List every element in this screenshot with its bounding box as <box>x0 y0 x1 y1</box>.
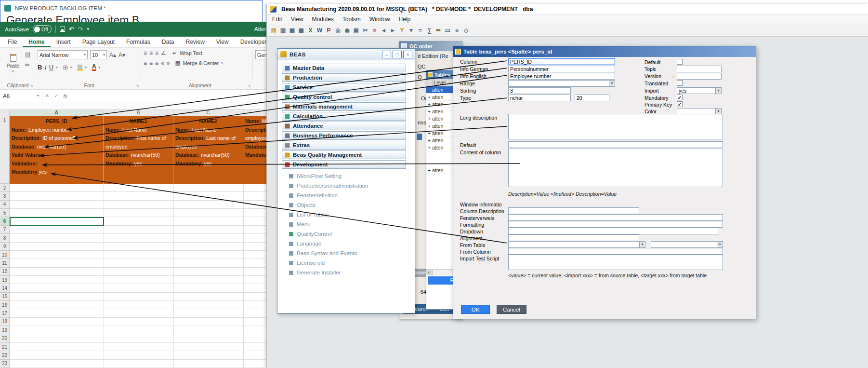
dropdown-input[interactable] <box>508 228 719 234</box>
row-header[interactable]: 23 <box>0 360 10 368</box>
expand-icon[interactable]: + <box>426 123 432 129</box>
nav-sub-item[interactable]: Productversionadministration <box>289 181 410 191</box>
toolbar-icon[interactable]: ▤ <box>270 26 278 35</box>
toolbar-icon[interactable]: ≈ <box>416 26 424 35</box>
save-icon[interactable] <box>60 27 65 32</box>
format-painter-icon[interactable]: ✏ <box>25 62 30 68</box>
info-english-input[interactable]: Employee number <box>508 73 615 80</box>
merge-center-icon[interactable]: ▦ <box>175 60 180 66</box>
align-bottom-icon[interactable]: ≡ <box>155 50 158 56</box>
import-test-script-area[interactable] <box>508 255 723 270</box>
expand-icon[interactable]: + <box>426 167 432 174</box>
nav-module-item[interactable]: Extras <box>282 141 406 150</box>
from-table-select[interactable]: ▼ <box>508 241 645 248</box>
ribbon-tab[interactable]: View <box>210 37 235 47</box>
expand-icon[interactable]: + <box>426 101 432 108</box>
topic-input[interactable] <box>677 66 722 72</box>
row-header[interactable]: 22 <box>0 351 10 359</box>
toolbar-icon[interactable]: W <box>316 26 324 35</box>
import-select[interactable]: yes ▼ <box>677 87 722 94</box>
toolbar-icon[interactable]: ◄ <box>380 26 388 35</box>
row-header[interactable]: 19 <box>0 326 10 334</box>
nav-module-item[interactable]: Master Data <box>282 64 406 72</box>
expand-icon[interactable]: + <box>426 137 432 144</box>
toolbar-icon[interactable]: ▥ <box>279 26 287 35</box>
toolbar-icon[interactable]: ◎ <box>334 26 342 35</box>
row-header[interactable]: 18 <box>0 318 10 326</box>
expand-icon[interactable]: + <box>426 144 432 151</box>
insert-function-icon[interactable]: fx <box>63 93 67 99</box>
chevron-down-icon[interactable]: ▾ <box>70 66 72 69</box>
row-header[interactable]: 10 <box>0 251 10 259</box>
dialog-titlebar[interactable]: Table beas_pers <Spalte> pers_id <box>453 46 756 57</box>
cancel-entry-icon[interactable]: ✕ <box>45 93 49 99</box>
from-table-select-2[interactable]: ▼ <box>651 241 723 248</box>
range-select[interactable]: ▼ <box>508 80 615 87</box>
font-color-button[interactable]: A <box>92 64 96 71</box>
row-header[interactable]: 6 <box>0 217 10 225</box>
cancel-button[interactable]: Cancel <box>497 305 526 314</box>
alignment-input[interactable] <box>508 234 639 241</box>
sheet-grid[interactable] <box>10 184 267 368</box>
underline-button[interactable]: U <box>49 64 53 70</box>
decrease-indent-icon[interactable]: « <box>161 60 164 66</box>
alignment-dialog-launcher-icon[interactable]: ↘ <box>248 83 251 88</box>
ribbon-tab[interactable]: Insert <box>51 37 77 47</box>
primary-key-checkbox[interactable]: ✓ <box>677 101 683 107</box>
cell-b1[interactable]: NAME1 Name: First Name Description: Firs… <box>104 116 173 184</box>
row-header[interactable]: 3 <box>0 192 10 200</box>
row-header[interactable]: 4 <box>0 201 10 209</box>
nav-module-item[interactable]: Beas Quality Management <box>282 150 406 159</box>
expand-icon[interactable]: + <box>426 130 432 136</box>
name-box[interactable]: A6 ▾ <box>0 90 42 102</box>
wrap-text-button[interactable]: Wrap Text <box>180 50 202 56</box>
row-header[interactable]: 14 <box>0 284 10 292</box>
chevron-down-icon[interactable]: ▾ <box>56 66 58 69</box>
clipboard-dialog-launcher-icon[interactable]: ↘ <box>30 83 33 88</box>
nav-module-item[interactable]: Service <box>282 83 406 92</box>
confirm-entry-icon[interactable]: ✓ <box>54 93 58 99</box>
version-input[interactable] <box>677 73 722 80</box>
toolbar-icon[interactable]: Y <box>398 26 406 35</box>
nav-sub-item[interactable]: Fensterdefinition <box>289 191 410 200</box>
align-left-icon[interactable]: ≡ <box>144 60 147 66</box>
nav-module-item[interactable]: Business Performance <box>282 131 406 140</box>
italic-button[interactable]: I <box>44 64 46 70</box>
cell-c1[interactable]: NAME2 Name: Last Name Description: Last … <box>173 116 243 184</box>
toolbar-icon[interactable]: ◉ <box>343 26 351 35</box>
column-header-b[interactable]: B <box>104 110 173 116</box>
nav-module-item[interactable]: Attendance <box>282 122 406 130</box>
ribbon-tab[interactable]: File <box>2 37 23 47</box>
type-length-input[interactable]: 20 <box>575 95 609 101</box>
increase-indent-icon[interactable]: » <box>167 60 170 66</box>
column-header-a[interactable]: A <box>10 110 104 116</box>
beas-titlebar[interactable]: Beas Manufacturing 2020.09.00.01 for MSS… <box>267 4 868 14</box>
toolbar-icon[interactable]: ► <box>389 26 397 35</box>
row-header[interactable]: 8 <box>0 234 10 242</box>
translated-checkbox[interactable] <box>677 80 683 86</box>
row-header[interactable]: 13 <box>0 276 10 284</box>
toolbar-icon[interactable]: ▣ <box>352 26 360 35</box>
toolbar-icon[interactable]: ∑ <box>425 26 434 35</box>
toolbar-icon[interactable]: X <box>306 26 315 35</box>
autosave-toggle[interactable]: Off <box>33 25 52 33</box>
menu-item[interactable]: Window <box>365 16 395 23</box>
toolbar-icon[interactable]: ▩ <box>297 26 305 35</box>
scroll-left-button[interactable]: < <box>426 270 433 275</box>
orientation-icon[interactable]: ∠ <box>161 50 166 56</box>
cell-a1[interactable]: PERS_ID Name: Employee number Descriptio… <box>10 116 104 184</box>
nav-sub-item[interactable]: Objects <box>289 200 410 210</box>
formatting-input[interactable] <box>508 221 723 228</box>
type-input[interactable]: nchar <box>508 95 571 101</box>
increase-font-icon[interactable]: A▴ <box>109 52 116 58</box>
row-header[interactable]: 17 <box>0 309 10 317</box>
chevron-down-icon[interactable]: ▾ <box>85 66 87 69</box>
toolbar-icon[interactable]: ≡ <box>453 26 461 35</box>
align-top-icon[interactable]: ≡ <box>144 50 147 56</box>
row-header[interactable]: 12 <box>0 268 10 276</box>
nav-sub-item[interactable]: IWorkFlow Setting <box>289 171 410 181</box>
fensterverweis-input[interactable] <box>508 214 723 221</box>
ok-button[interactable]: OK <box>461 305 490 314</box>
align-center-icon[interactable]: ≡ <box>149 60 153 66</box>
toolbar-icon[interactable]: ▭ <box>444 26 452 35</box>
